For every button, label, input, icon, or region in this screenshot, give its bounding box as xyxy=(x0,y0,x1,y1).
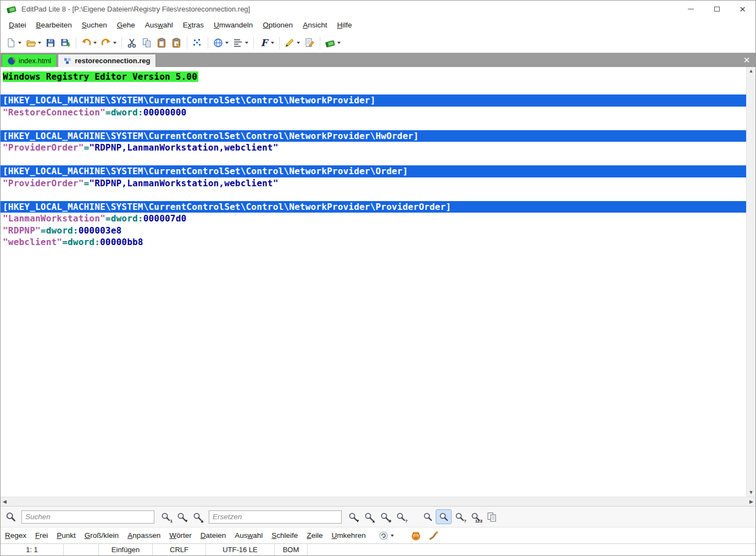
sort-lines-button[interactable] xyxy=(231,35,250,51)
save-button[interactable] xyxy=(43,35,58,51)
paste-button[interactable] xyxy=(154,35,169,51)
bom-indicator: BOM xyxy=(275,544,308,555)
regexbuddy-icon xyxy=(410,530,421,541)
regexmagic-icon xyxy=(428,530,439,541)
fold-matches-button[interactable]: ? xyxy=(452,509,468,524)
search-option-gross-klein[interactable]: Groß/klein xyxy=(85,531,119,540)
new-file-button[interactable] xyxy=(4,35,23,51)
replace-input[interactable] xyxy=(209,510,342,524)
replace-previous-button[interactable]: ▲ xyxy=(361,509,377,524)
search-option-punkt[interactable]: Punkt xyxy=(57,531,76,540)
scroll-right-button[interactable]: ▶ xyxy=(749,499,753,504)
editor-line: "RestoreConnection"=dword:00000000 xyxy=(1,107,746,119)
menu-item-bearbeiten[interactable]: Bearbeiten xyxy=(31,19,77,31)
menu-item-hilfe[interactable]: Hilfe xyxy=(332,19,357,31)
search-option-woerter[interactable]: Wörter xyxy=(169,531,192,540)
highlight-matches-button[interactable] xyxy=(436,509,452,524)
scroll-left-button[interactable]: ◀ xyxy=(3,499,7,504)
edit-page-button[interactable] xyxy=(302,35,316,51)
button-badge: 1 xyxy=(170,519,173,524)
menu-item-datei[interactable]: Datei xyxy=(4,19,31,31)
search-option-umkehren[interactable]: Umkehren xyxy=(332,531,366,540)
search-option-zeile[interactable]: Zeile xyxy=(307,531,323,540)
tab-index-html[interactable]: index.html xyxy=(2,54,57,67)
scroll-down-button[interactable]: ▼ xyxy=(749,490,754,495)
save-icon xyxy=(45,37,56,48)
editor-line: Windows Registry Editor Version 5.00 xyxy=(1,71,746,83)
copy-button[interactable] xyxy=(140,35,154,51)
tab-restoreconnection-reg[interactable]: restoreconnection.reg xyxy=(58,54,155,67)
magnifier-icon xyxy=(423,511,433,522)
button-badge: ▼ xyxy=(184,519,188,524)
tab-bar: × index.htmlrestoreconnection.reg xyxy=(1,53,755,67)
regexbuddy-button[interactable] xyxy=(410,530,421,541)
copy-matches-button[interactable] xyxy=(483,509,499,524)
count-matches-button[interactable]: 123 xyxy=(468,509,483,524)
undo-icon xyxy=(81,37,92,48)
open-file-button[interactable] xyxy=(24,35,43,51)
spell-icon xyxy=(284,37,295,48)
text-layout-button[interactable] xyxy=(257,35,276,51)
scroll-up-button[interactable]: ▲ xyxy=(749,69,754,74)
search-option-dateien[interactable]: Dateien xyxy=(201,531,226,540)
replace-next-button[interactable]: ▼ xyxy=(345,509,361,524)
maximize-button[interactable] xyxy=(704,1,730,17)
search-option-schleife[interactable]: Schleife xyxy=(271,531,298,540)
editor: Windows Registry Editor Version 5.00 [HK… xyxy=(1,67,755,497)
editor-content[interactable]: Windows Registry Editor Version 5.00 [HK… xyxy=(1,67,746,497)
menu-item-umwandeln[interactable]: Umwandeln xyxy=(209,19,258,31)
find-first-button[interactable]: 1 xyxy=(158,509,174,524)
open-in-browser-button[interactable] xyxy=(211,35,230,51)
minimize-button[interactable] xyxy=(678,1,704,17)
close-icon: × xyxy=(740,4,746,14)
tab-label: restoreconnection.reg xyxy=(75,57,150,65)
find-input[interactable] xyxy=(21,510,154,524)
regexmagic-button[interactable] xyxy=(428,530,439,541)
search-option-frei[interactable]: Frei xyxy=(35,531,48,540)
menu-item-auswahl[interactable]: Auswahl xyxy=(140,19,178,31)
menu-item-ansicht[interactable]: Ansicht xyxy=(298,19,332,31)
vertical-scrollbar[interactable]: ▲ ▼ xyxy=(746,67,755,497)
redo-button[interactable] xyxy=(99,35,118,51)
save-all-button[interactable] xyxy=(58,35,73,51)
menu-item-suchen[interactable]: Suchen xyxy=(77,19,112,31)
sort-icon xyxy=(232,37,243,48)
button-badge: ∗ xyxy=(388,519,392,524)
spell-check-button[interactable] xyxy=(282,35,302,51)
find-previous-button[interactable]: ▲ xyxy=(190,509,205,524)
search-option-regex[interactable]: Regex xyxy=(5,531,26,540)
button-badge: ▲ xyxy=(371,519,376,524)
editpad-logo-icon xyxy=(6,3,17,14)
close-button[interactable]: × xyxy=(730,1,755,17)
editor-line xyxy=(1,154,746,166)
undo-button[interactable] xyxy=(79,35,98,51)
find-next-button[interactable]: ▼ xyxy=(174,509,190,524)
menu-item-extras[interactable]: Extras xyxy=(178,19,209,31)
editpad-menu-button[interactable] xyxy=(323,35,342,51)
search-action-button[interactable] xyxy=(378,530,394,541)
minimize-icon xyxy=(688,9,694,9)
toolbar-separator xyxy=(279,37,280,49)
menu-item-optionen[interactable]: Optionen xyxy=(258,19,298,31)
menu-item-gehe[interactable]: Gehe xyxy=(112,19,140,31)
search-option-anpassen[interactable]: Anpassen xyxy=(127,531,160,540)
paste-special-button[interactable] xyxy=(169,35,184,51)
close-tab-button[interactable]: × xyxy=(743,53,750,66)
editor-line: "LanmanWorkstation"=dword:000007d0 xyxy=(1,213,746,225)
replace-all-button[interactable]: ∗ xyxy=(377,509,393,524)
title-bar: EditPad Lite 8 - [P:\Eigene Dateien\Regi… xyxy=(1,1,755,17)
insert-symbol-button[interactable] xyxy=(190,35,204,51)
horizontal-scrollbar[interactable]: ◀ ▶ xyxy=(1,497,755,506)
toolbar xyxy=(1,33,755,53)
dropdown-caret-icon xyxy=(18,42,21,44)
copy-icon xyxy=(141,37,152,48)
search-option-auswahl[interactable]: Auswahl xyxy=(235,531,263,540)
cut-button[interactable] xyxy=(125,35,139,51)
button-badge: 123 xyxy=(475,519,482,524)
editor-line xyxy=(1,189,746,201)
editor-line: "RDPNP"=dword:000003e8 xyxy=(1,225,746,237)
saveall-icon xyxy=(60,37,71,48)
replace-prompt-button[interactable]: ? xyxy=(393,509,409,524)
flag-all-matches-button[interactable] xyxy=(420,509,436,524)
editor-line: [HKEY_LOCAL_MACHINE\SYSTEM\CurrentContro… xyxy=(1,165,746,177)
